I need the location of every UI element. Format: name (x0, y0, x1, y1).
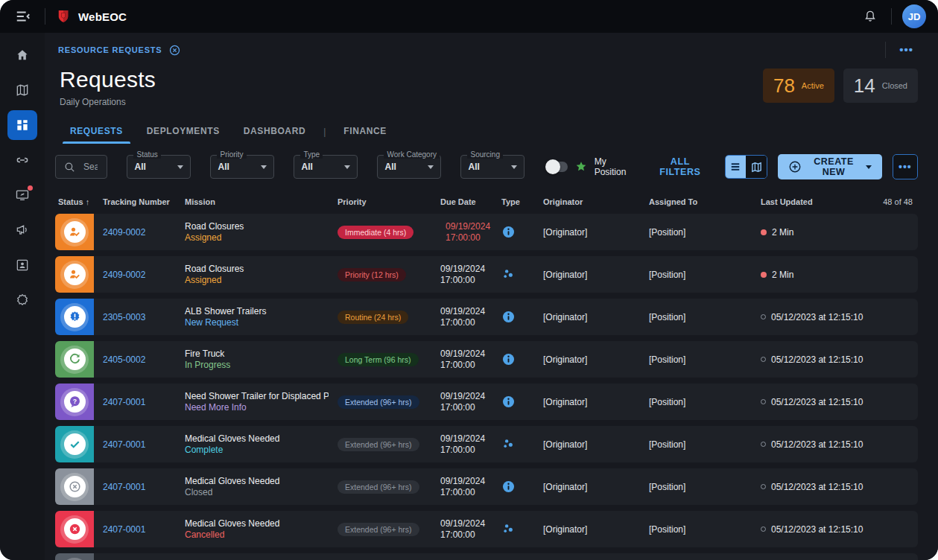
map-location-button[interactable] (869, 231, 895, 234)
row-menu-button[interactable] (895, 273, 916, 276)
due-date: 09/19/2024 (440, 433, 485, 445)
tab-finance[interactable]: FINANCE (333, 119, 397, 144)
search-input[interactable] (82, 161, 99, 173)
page-subtitle: Daily Operations (55, 97, 156, 107)
notifications-button[interactable] (860, 6, 881, 27)
tracking-number-link[interactable]: 2409-0002 (94, 270, 176, 280)
table-row[interactable]: 2407-0001 Medical Gloves Needed Closed E… (55, 468, 918, 505)
header-last-updated[interactable]: Last Updated (752, 197, 869, 206)
header-due-date[interactable]: Due Date (431, 197, 492, 206)
table-row[interactable]: 2305-0003 ALB Shower Trailers New Reques… (55, 299, 918, 335)
breadcrumb-close-icon[interactable] (168, 44, 181, 57)
row-menu-button[interactable] (895, 401, 916, 404)
screen-share-icon (15, 188, 30, 203)
table-row[interactable]: 2409-0002 Road Closures Assigned Immedia… (55, 214, 918, 250)
active-count-card[interactable]: 78 Active (763, 69, 834, 103)
menu-toggle-button[interactable] (12, 5, 34, 28)
tracking-number-link[interactable]: 2407-0001 (94, 524, 176, 535)
header-tracking-number[interactable]: Tracking Number (94, 197, 176, 206)
sidebar-item-contact-card[interactable] (7, 250, 37, 280)
row-menu-button[interactable] (895, 231, 916, 234)
row-menu-button[interactable] (895, 443, 916, 446)
header-originator[interactable]: Originator (534, 197, 640, 206)
old-update-dot (761, 526, 766, 532)
filter-select-type[interactable]: Type All (294, 155, 358, 179)
tab-requests[interactable]: REQUESTS (60, 119, 133, 144)
info-icon[interactable] (501, 225, 534, 239)
map-location-button[interactable] (869, 358, 895, 361)
map-location-button[interactable] (869, 273, 895, 276)
header-assigned-to[interactable]: Assigned To (640, 197, 752, 206)
tracking-number-link[interactable]: 2405-0002 (94, 354, 176, 365)
create-new-button[interactable]: CREATE NEW (778, 154, 882, 179)
table-row[interactable]: ? 2407-0001 Need Shower Trailer for Disp… (55, 384, 918, 420)
filter-select-status[interactable]: Status All (127, 155, 191, 179)
header-mission[interactable]: Mission (176, 197, 329, 206)
avatar[interactable]: JD (902, 4, 926, 28)
list-view-button[interactable] (726, 156, 747, 178)
info-icon[interactable] (501, 352, 534, 366)
map-location-button[interactable] (869, 528, 895, 531)
map-location-button[interactable] (869, 316, 895, 319)
filter-select-work-category[interactable]: Work Category All (377, 155, 441, 179)
table-row[interactable]: 2407-0001 Medical Gloves Needed Complete… (55, 426, 918, 462)
cluster-icon[interactable] (501, 522, 534, 536)
toolbar-more-button[interactable]: ••• (893, 154, 918, 179)
table-row[interactable]: 2409-0002 Road Closures Assigned Priorit… (55, 256, 918, 293)
map-location-button[interactable] (869, 486, 895, 489)
breadcrumb[interactable]: RESOURCE REQUESTS (55, 44, 181, 57)
tab-deployments[interactable]: DEPLOYMENTS (136, 119, 230, 144)
tracking-number-link[interactable]: 2305-0003 (94, 312, 176, 322)
contact-card-icon (15, 258, 30, 273)
sidebar-item-screen-share[interactable] (7, 180, 37, 210)
header-type[interactable]: Type (492, 197, 534, 206)
tab-separator: | (319, 127, 330, 137)
map-location-button[interactable] (869, 443, 895, 446)
cluster-icon[interactable] (501, 437, 534, 451)
priority-cell: Extended (96+ hrs) (329, 438, 431, 451)
due-date-cell: 09/19/2024 17:00:00 (431, 349, 492, 371)
table-row[interactable]: 2407-0001 Medical Gloves Needed Extended… (55, 553, 918, 560)
priority-cell: Extended (96+ hrs) (329, 395, 431, 409)
sidebar-item-home[interactable] (7, 40, 37, 70)
header-priority[interactable]: Priority (329, 197, 431, 206)
header-status[interactable]: Status ↑ (55, 197, 94, 206)
webeoc-shield-logo (56, 9, 71, 24)
main-content: RESOURCE REQUESTS ••• Requests Daily Ope… (45, 33, 938, 560)
tracking-number-link[interactable]: 2407-0001 (94, 482, 176, 492)
tracking-number-link[interactable]: 2407-0001 (94, 397, 176, 407)
row-menu-button[interactable] (895, 358, 916, 361)
sidebar-item-map[interactable] (7, 75, 37, 105)
info-icon[interactable] (501, 480, 534, 494)
row-menu-button[interactable] (895, 528, 916, 531)
map-view-button[interactable] (746, 156, 767, 178)
tracking-number-link[interactable]: 2409-0002 (94, 227, 176, 238)
assigned-to-cell: [Position] (640, 312, 752, 322)
cluster-icon[interactable] (501, 267, 534, 281)
filter-select-sourcing[interactable]: Sourcing All (460, 155, 525, 179)
row-menu-button[interactable] (895, 486, 916, 489)
table-row[interactable]: 2407-0001 Medical Gloves Needed Cancelle… (55, 511, 918, 547)
sidebar-item-link[interactable] (7, 145, 37, 175)
table-row[interactable]: 2405-0002 Fire Truck In Progress Long Te… (55, 341, 918, 378)
assigned-to-cell: [Position] (640, 482, 752, 492)
all-filters-button[interactable]: ALL FILTERS (655, 156, 705, 178)
page-more-button[interactable]: ••• (895, 45, 918, 54)
tab-dashboard[interactable]: DASHBOARD (233, 119, 316, 144)
tracking-number-link[interactable]: 2407-0001 (94, 439, 176, 450)
sidebar-item-badge-star[interactable] (7, 285, 37, 315)
priority-cell: Immediate (4 hrs) (329, 226, 431, 239)
info-icon[interactable] (501, 395, 534, 409)
map-location-button[interactable] (869, 401, 895, 404)
active-count: 78 (773, 74, 795, 98)
mission-cell: Fire Truck In Progress (176, 349, 329, 371)
type-cell (492, 395, 534, 409)
my-position-toggle[interactable] (547, 162, 567, 172)
info-icon[interactable] (501, 310, 534, 324)
closed-count-card[interactable]: 14 Closed (843, 69, 918, 103)
filter-value: All (384, 162, 396, 172)
sidebar-item-megaphone[interactable] (7, 215, 37, 245)
sidebar-item-boards-grid[interactable] (7, 110, 37, 140)
row-menu-button[interactable] (895, 316, 916, 319)
filter-select-priority[interactable]: Priority All (210, 155, 274, 179)
